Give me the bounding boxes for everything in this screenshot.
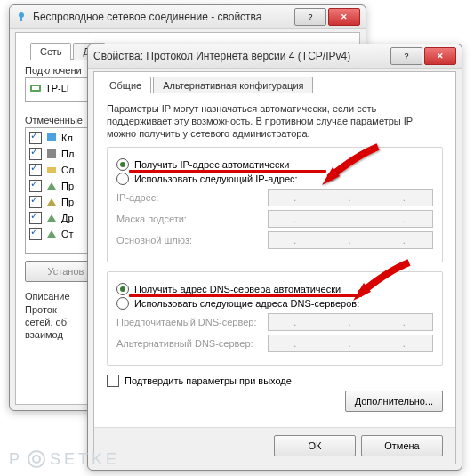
svg-rect-4 [47,133,56,141]
checkbox-icon[interactable] [29,228,42,240]
service-icon [45,164,58,176]
ip-group: Получить IP-адрес автоматически Использо… [107,147,443,262]
responder-icon [45,228,58,240]
network-icon [15,11,28,23]
dlg-client: Общие Альтернативная конфигурация Параме… [93,71,456,464]
dns1-label: Предпочитаемый DNS-сервер: [116,317,268,327]
checkbox-icon[interactable] [29,164,42,176]
tab-network[interactable]: Сеть [30,43,71,60]
client-icon [45,132,58,144]
protocol-icon [45,196,58,208]
close-button[interactable]: ✕ [328,8,360,26]
checkbox-icon[interactable] [29,212,42,224]
gateway-label: Основной шлюз: [116,235,268,246]
radio-icon [116,297,129,310]
svg-point-8 [33,456,40,463]
checkbox-icon[interactable] [29,180,42,192]
tab-general[interactable]: Общие [100,77,151,93]
protocol-icon [45,180,58,192]
checkbox-icon[interactable] [29,196,42,208]
ip-address-field[interactable]: ... [268,189,433,206]
radio-ip-auto[interactable]: Получить IP-адрес автоматически [116,158,433,171]
cancel-button[interactable]: Отмена [361,435,443,456]
ok-button[interactable]: ОК [274,435,356,456]
tab-alt-config[interactable]: Альтернативная конфигурация [153,77,313,93]
svg-rect-5 [47,149,56,158]
dns2-field[interactable]: ... [268,335,433,352]
checkbox-icon[interactable] [107,375,119,387]
gateway-field[interactable]: ... [268,231,433,249]
intro-text: Параметры IP могут назначаться автоматич… [107,102,443,140]
radio-dns-auto[interactable]: Получить адрес DNS-сервера автоматически [116,283,433,295]
confirm-on-exit-label: Подтвердить параметры при выходе [125,375,292,386]
subnet-mask-field[interactable]: ... [268,210,433,228]
adapter-icon [29,82,42,94]
advanced-button[interactable]: Дополнительно... [345,391,443,412]
radio-ip-manual-label: Использовать следующий IP-адрес: [134,173,298,184]
radio-ip-manual[interactable]: Использовать следующий IP-адрес: [116,173,433,185]
radio-dns-auto-label: Получить адрес DNS-сервера автоматически [134,284,341,294]
scheduler-icon [45,148,58,160]
checkbox-icon[interactable] [29,148,42,160]
ipv4-properties-dialog: Свойства: Протокол Интернета версии 4 (T… [87,44,462,471]
watermark-icon [27,449,46,469]
radio-icon [116,173,129,185]
svg-rect-1 [20,17,22,21]
radio-dns-manual[interactable]: Использовать следующие адреса DNS-сервер… [116,297,433,310]
radio-icon [116,283,129,295]
radio-ip-auto-label: Получить IP-адрес автоматически [134,159,289,170]
dns2-label: Альтернативный DNS-сервер: [116,338,268,349]
subnet-mask-label: Маска подсети: [116,214,268,224]
checkbox-icon[interactable] [29,132,42,144]
driver-icon [45,212,58,224]
svg-point-7 [28,451,44,467]
adapter-name: TP-LI [45,83,69,93]
bg-title: Беспроводное сетевое соединение - свойст… [33,11,294,23]
svg-rect-6 [47,167,56,173]
help-button[interactable]: ? [390,47,422,65]
radio-dns-manual-label: Использовать следующие адреса DNS-сервер… [134,298,359,309]
radio-icon [116,158,129,171]
dlg-titlebar[interactable]: Свойства: Протокол Интернета версии 4 (T… [88,44,462,69]
svg-rect-3 [32,86,39,90]
dns1-field[interactable]: ... [268,313,433,331]
confirm-on-exit-row[interactable]: Подтвердить параметры при выходе [107,375,443,387]
bg-titlebar[interactable]: Беспроводное сетевое соединение - свойст… [10,5,366,29]
close-button[interactable]: ✕ [424,47,456,65]
watermark: P P SETKESETKE [9,449,120,469]
dns-group: Получить адрес DNS-сервера автоматически… [107,271,443,366]
ip-address-label: IP-адрес: [116,192,268,203]
help-button[interactable]: ? [294,8,326,26]
dlg-title: Свойства: Протокол Интернета версии 4 (T… [93,50,390,62]
